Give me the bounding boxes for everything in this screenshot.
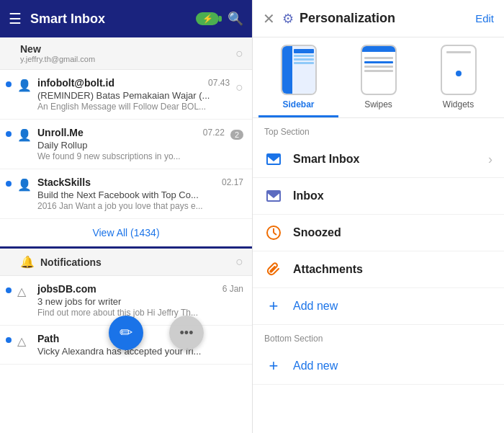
phone-line <box>294 49 314 53</box>
right-header: ✕ ⚙ Personalization Edit <box>253 0 504 37</box>
phone-widget-content <box>442 46 475 94</box>
new-section-title: New <box>20 43 95 55</box>
notification-subject: Vicky Alexandra has accepted your fri... <box>37 346 243 357</box>
avatar-icon: 👤 <box>17 128 32 143</box>
notification-subject: 3 new jobs for writer <box>37 296 243 307</box>
email-content: StackSkills 02.17 Build the Next Faceboo… <box>37 177 243 211</box>
top-section-label: Top Section <box>253 118 504 141</box>
unread-dot <box>6 337 12 343</box>
new-section-check-icon: ○ <box>235 46 243 61</box>
unread-dot <box>6 81 12 87</box>
view-all-label: View All (1434) <box>92 227 159 238</box>
email-sender: infobolt@bolt.id <box>37 77 114 89</box>
notifications-section: 🔔 Notifications ○ △ jobsDB.com 6 Jan 3 n… <box>0 249 252 365</box>
email-sender: Unroll.Me <box>37 127 84 138</box>
email-sender: StackSkills <box>37 177 91 188</box>
email-content: Unroll.Me 07.22 Daily Rollup We found 9 … <box>37 127 225 161</box>
email-time: 07.43 <box>208 78 230 88</box>
email-preview: An English Message will Follow Dear BOL.… <box>37 102 230 112</box>
tab-sidebar-label: Sidebar <box>282 99 314 110</box>
badge: 2 <box>230 130 243 140</box>
avatar-icon: 👤 <box>17 178 32 192</box>
battery-icon: ⚡ <box>196 12 219 25</box>
email-item[interactable]: 👤 Unroll.Me 07.22 Daily Rollup We found … <box>0 120 252 169</box>
attachments-icon <box>264 260 283 279</box>
tab-widgets-label: Widgets <box>443 99 474 110</box>
phone-line <box>294 62 314 64</box>
right-panel: ✕ ⚙ Personalization Edit Sidebar <box>252 0 504 433</box>
phone-swipe-lines <box>362 55 395 94</box>
notification-avatar-icon: △ <box>17 285 32 299</box>
email-time: 07.22 <box>203 128 225 138</box>
view-all-button[interactable]: View All (1434) <box>0 219 252 249</box>
phone-line <box>294 58 314 61</box>
notifications-check-icon: ○ <box>235 254 243 269</box>
chevron-right-icon: › <box>488 152 492 167</box>
menu-item-smart-inbox[interactable]: Smart Inbox › <box>253 141 504 178</box>
unread-dot <box>6 181 12 187</box>
more-options-button[interactable]: ••• <box>169 316 204 350</box>
phone-line <box>294 55 314 57</box>
inbox-label: Inbox <box>293 189 492 202</box>
add-new-top-label: Add new <box>293 300 492 313</box>
add-new-bottom-label: Add new <box>293 360 492 372</box>
svg-line-2 <box>274 233 276 235</box>
email-subject: Build the Next Facebook with Top Co... <box>37 189 243 200</box>
add-new-bottom-button[interactable]: + Add new <box>253 348 504 385</box>
right-content: Top Section Smart Inbox › Inbox Snoozed <box>253 118 504 433</box>
tab-swipes[interactable]: Swipes <box>338 45 418 117</box>
notifications-title: Notifications <box>40 256 102 268</box>
edit-button[interactable]: Edit <box>475 12 494 24</box>
email-preview: 2016 Jan Want a job you love that pays e… <box>37 201 243 211</box>
unread-dot <box>6 287 12 293</box>
left-panel: ☰ Smart Inbox ⚡ 🔍 New y.jeffry.th@gmail.… <box>0 0 252 433</box>
email-content: infobolt@bolt.id 07.43 (REMINDER) Batas … <box>37 77 230 112</box>
swipes-mockup <box>361 45 397 95</box>
email-item[interactable]: 👤 StackSkills 02.17 Build the Next Faceb… <box>0 169 252 219</box>
snoozed-icon <box>264 223 283 242</box>
compose-fab[interactable]: ✏ <box>109 316 143 350</box>
notification-sender: Path <box>37 333 59 344</box>
widgets-mockup <box>441 45 477 95</box>
battery-bolt: ⚡ <box>202 14 213 24</box>
attachments-label: Attachments <box>293 263 492 276</box>
notification-time: 6 Jan <box>222 284 243 294</box>
unread-dot <box>6 131 12 137</box>
bottom-section-label: Bottom Section <box>253 325 504 348</box>
close-icon[interactable]: ✕ <box>263 10 275 27</box>
more-icon: ••• <box>180 326 194 341</box>
menu-item-inbox[interactable]: Inbox <box>253 178 504 215</box>
email-preview: We found 9 new subscriptions in yo... <box>37 151 225 161</box>
app-title: Smart Inbox <box>30 12 196 27</box>
search-icon[interactable]: 🔍 <box>228 11 243 27</box>
hamburger-icon[interactable]: ☰ <box>9 10 22 27</box>
smart-inbox-label: Smart Inbox <box>293 153 488 166</box>
phone-dot <box>456 71 462 76</box>
tab-widgets[interactable]: Widgets <box>418 45 498 117</box>
left-header: ☰ Smart Inbox ⚡ 🔍 <box>0 0 252 37</box>
sidebar-mockup <box>281 45 317 95</box>
notifications-bell-icon: 🔔 <box>20 255 35 269</box>
notification-content: jobsDB.com 6 Jan 3 new jobs for writer F… <box>37 283 243 318</box>
email-time: 02.17 <box>222 177 243 187</box>
add-new-bottom-icon: + <box>264 357 283 375</box>
notifications-header: 🔔 Notifications ○ <box>0 249 252 276</box>
tab-sidebar[interactable]: Sidebar <box>258 45 338 117</box>
notification-preview: Find out more about this job Hi Jeffry T… <box>37 308 243 318</box>
add-new-top-button[interactable]: + Add new <box>253 288 504 325</box>
menu-item-snoozed[interactable]: Snoozed <box>253 215 504 251</box>
notification-sender: jobsDB.com <box>37 283 96 295</box>
personalize-icon: ⚙ <box>282 11 294 27</box>
notification-avatar-icon: △ <box>17 334 32 349</box>
phone-tabs: Sidebar Swipes Widg <box>253 37 504 118</box>
compose-icon: ✏ <box>120 323 132 342</box>
tab-swipes-label: Swipes <box>364 99 392 110</box>
menu-item-attachments[interactable]: Attachments <box>253 251 504 288</box>
add-new-top-icon: + <box>264 297 283 316</box>
smart-inbox-icon <box>264 150 283 169</box>
snoozed-label: Snoozed <box>293 226 492 239</box>
email-item[interactable]: 👤 infobolt@bolt.id 07.43 (REMINDER) Bata… <box>0 70 252 120</box>
avatar-icon: 👤 <box>17 79 32 93</box>
right-panel-title: Personalization <box>300 11 475 26</box>
new-section-subtitle: y.jeffry.th@gmail.com <box>20 55 95 63</box>
